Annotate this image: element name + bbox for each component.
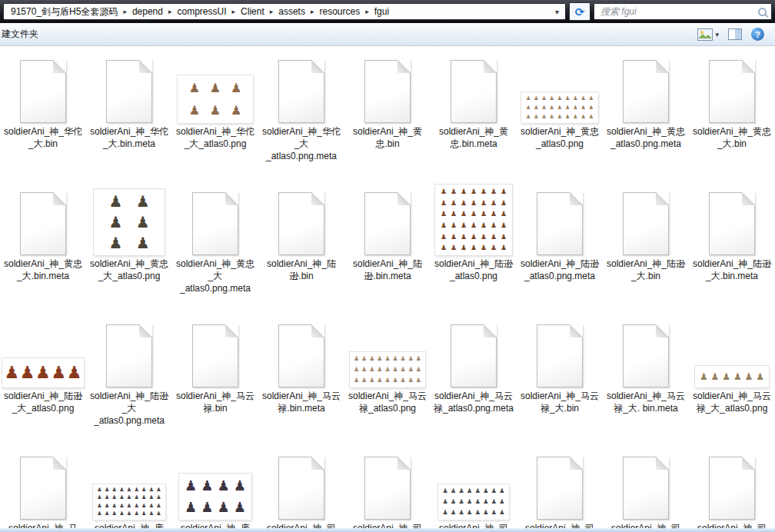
file-item[interactable]: soldierAni_神_陆逊_大.bin.meta bbox=[689, 185, 775, 317]
sprite-figure-icon: ♟ bbox=[416, 377, 421, 384]
sprite-figure-icon: ♟ bbox=[467, 488, 472, 494]
page-fold-corner bbox=[656, 457, 669, 470]
sprite-figure-icon: ♟ bbox=[483, 499, 488, 505]
breadcrumb-segment[interactable]: 91570_剑与盾H5全套源码 bbox=[8, 5, 120, 19]
sprite-figure-icon: ♟ bbox=[35, 364, 51, 381]
file-icon-box bbox=[278, 185, 324, 255]
file-item[interactable]: soldierAni_神_华佗_大.bin.meta bbox=[86, 52, 172, 185]
file-item[interactable]: soldierAni_神_马云禄.bin bbox=[172, 317, 258, 449]
window-bottom-edge bbox=[0, 528, 775, 532]
file-item[interactable]: soldierAni_神_马云禄_大. bin.meta bbox=[603, 317, 689, 449]
sprite-figure-icon: ♟ bbox=[231, 105, 241, 117]
breadcrumb-segment[interactable]: depend bbox=[130, 5, 165, 18]
sprite-figure-icon: ♟ bbox=[51, 364, 66, 381]
sprite-figure-icon: ♟ bbox=[534, 96, 538, 101]
sprite-figure-icon: ♟ bbox=[589, 96, 594, 101]
file-item[interactable]: soldierAni_神_陆逊_atlas0.png.meta bbox=[517, 185, 603, 317]
file-icon-box: ♟♟♟♟♟♟♟♟♟♟♟♟♟♟♟♟♟♟♟♟♟♟♟♟♟♟♟♟♟♟♟♟♟♟♟♟♟♟♟♟… bbox=[435, 185, 512, 255]
file-item[interactable]: soldierAni_神_马云禄.bin.meta bbox=[258, 317, 344, 449]
sprite-figure-icon: ♟ bbox=[499, 488, 504, 494]
file-item[interactable]: soldierAni_神_黄忠_atlas0.png.meta bbox=[603, 52, 689, 185]
sprite-figure-icon: ♟ bbox=[210, 105, 221, 117]
breadcrumb-segment[interactable]: fgui bbox=[372, 5, 391, 18]
sprite-figure-icon: ♟ bbox=[361, 356, 367, 362]
sprite-figure-icon: ♟ bbox=[369, 377, 374, 384]
preview-pane-button[interactable] bbox=[728, 28, 742, 40]
file-item[interactable]: ♟♟♟♟♟♟ soldierAni_神_华佗_大_atlas0.png bbox=[172, 52, 258, 185]
sprite-figure-icon: ♟ bbox=[141, 504, 146, 509]
file-item[interactable]: ♟♟♟♟♟ soldierAni_神_陆逊_大_atlas0.png bbox=[0, 317, 86, 449]
file-item[interactable]: soldierAni_神_陆逊.bin.meta bbox=[344, 185, 431, 317]
file-name: soldierAni_神_黄忠_atlas0.png.meta bbox=[605, 125, 687, 150]
sprite-figure-icon: ♟ bbox=[156, 495, 161, 500]
sprite-figure-icon: ♟ bbox=[550, 115, 554, 120]
file-item[interactable]: soldierAni_神_司 bbox=[603, 449, 689, 528]
file-item[interactable]: ♟♟♟♟♟♟ soldierAni_神_马云禄_大_atlas0.png bbox=[689, 317, 775, 449]
sprite-figure-icon: ♟ bbox=[210, 82, 221, 95]
breadcrumb-segment[interactable]: Client bbox=[238, 5, 267, 18]
sprite-figure-icon: ♟ bbox=[369, 356, 374, 362]
breadcrumb-segment[interactable]: assets bbox=[276, 5, 308, 18]
refresh-button[interactable]: ⟳ bbox=[569, 2, 590, 21]
sprite-figure-icon: ♟ bbox=[408, 377, 414, 384]
file-item[interactable]: soldierAni_神_华佗_大.bin bbox=[0, 52, 86, 185]
help-button[interactable]: ? bbox=[751, 28, 764, 41]
sprite-figure-icon: ♟ bbox=[481, 211, 487, 218]
file-item[interactable]: soldierAni_神_华佗_大_atlas0.png.meta bbox=[258, 52, 344, 185]
file-item[interactable]: soldierAni_神_陆逊_大.bin bbox=[603, 185, 689, 317]
file-item[interactable]: soldierAni_神_司 bbox=[344, 449, 431, 528]
file-name: soldierAni_神_黄忠_大.bin bbox=[691, 125, 773, 150]
new-folder-button[interactable]: 建文件夹 bbox=[2, 28, 38, 41]
file-item[interactable]: soldierAni_神_司 bbox=[517, 449, 603, 528]
file-item[interactable]: ♟♟♟♟♟♟♟♟♟♟♟♟♟♟♟♟♟♟♟♟♟♟♟♟♟♟♟ soldierAni_神… bbox=[344, 317, 431, 449]
file-item[interactable]: soldierAni_神_黄忠.bin bbox=[344, 52, 431, 185]
page-fold-corner bbox=[570, 324, 583, 337]
search-input[interactable] bbox=[599, 5, 758, 18]
sprite-figure-icon: ♟ bbox=[127, 504, 131, 509]
page-fold-corner bbox=[139, 324, 152, 337]
file-item[interactable]: ♟♟♟♟♟♟♟♟♟♟♟♟♟♟♟♟♟♟♟♟♟♟♟♟♟♟♟♟♟♟♟♟♟♟♟♟♟♟♟♟… bbox=[431, 185, 517, 317]
sprite-figure-icon: ♟ bbox=[481, 234, 487, 241]
sprite-figure-icon: ♟ bbox=[384, 377, 390, 384]
file-item[interactable]: soldierAni_神_陆逊_大_atlas0.png.meta bbox=[86, 317, 172, 449]
file-item[interactable]: ♟♟♟♟♟♟♟♟♟♟♟♟♟♟♟♟♟♟♟♟♟♟♟♟♟♟♟ soldierAni_神… bbox=[517, 52, 603, 185]
file-icon-box bbox=[192, 185, 238, 255]
breadcrumb-segment[interactable]: resources bbox=[317, 5, 362, 18]
page-fold-corner bbox=[311, 192, 324, 205]
sprite-figure-icon: ♟ bbox=[557, 96, 562, 101]
blank-file-icon bbox=[278, 457, 324, 520]
blank-file-icon bbox=[106, 324, 152, 387]
blank-file-icon bbox=[20, 457, 66, 520]
chevron-down-icon[interactable]: ▾ bbox=[554, 8, 560, 16]
views-button[interactable]: ▾ bbox=[697, 28, 719, 41]
blank-file-icon bbox=[537, 324, 583, 387]
file-item[interactable]: soldierAni_神_马 bbox=[0, 449, 86, 528]
sprite-figure-icon: ♟ bbox=[149, 511, 154, 517]
file-name: soldierAni_神_黄忠_大.bin.meta bbox=[2, 258, 84, 282]
sprite-figure-icon: ♟ bbox=[557, 105, 562, 111]
breadcrumb-segment[interactable]: compressUI bbox=[175, 5, 229, 18]
sprite-figure-icon: ♟ bbox=[361, 377, 367, 384]
file-item[interactable]: ♟♟♟♟♟♟♟♟♟♟♟♟♟♟♟♟♟♟♟♟♟♟♟♟ soldierAni_神_司 bbox=[431, 449, 517, 528]
sprite-figure-icon: ♟ bbox=[565, 105, 570, 111]
file-icon-box bbox=[364, 449, 411, 520]
file-item[interactable]: soldierAni_神_马云禄_atlas0.png.meta bbox=[431, 317, 517, 449]
file-item[interactable]: soldierAni_神_黄忠_大.bin.meta bbox=[0, 185, 86, 317]
file-item[interactable]: soldierAni_神_黄忠_大.bin bbox=[689, 52, 775, 185]
sprite-figure-icon: ♟ bbox=[134, 495, 138, 500]
sprite-figure-icon: ♟ bbox=[461, 244, 467, 251]
sprite-figure-icon: ♟ bbox=[526, 96, 531, 101]
sprite-figure-icon: ♟ bbox=[501, 200, 507, 207]
file-item[interactable]: soldierAni_神_马云禄_大.bin bbox=[517, 317, 603, 449]
file-icon-box bbox=[709, 52, 755, 123]
file-item[interactable]: soldierAni_神_黄忠.bin.meta bbox=[431, 52, 517, 185]
file-item[interactable]: soldierAni_神_司 bbox=[689, 449, 775, 528]
blank-file-icon bbox=[278, 192, 324, 255]
file-item[interactable]: ♟♟♟♟♟♟ soldierAni_神_黄忠_大_atlas0.png bbox=[86, 185, 172, 317]
file-item[interactable]: soldierAni_神_司 bbox=[258, 449, 344, 528]
file-item[interactable]: soldierAni_神_黄忠_大_atlas0.png.meta bbox=[172, 185, 258, 317]
file-item[interactable]: ♟♟♟♟♟♟♟♟♟♟♟♟♟♟♟♟♟♟♟♟♟♟♟♟♟♟♟♟♟♟♟♟♟♟♟♟ sol… bbox=[86, 449, 172, 528]
file-name: soldierAni_神_黄忠.bin bbox=[347, 125, 428, 150]
file-item[interactable]: soldierAni_神_陆逊.bin bbox=[258, 185, 344, 317]
file-item[interactable]: ♟♟♟♟♟♟♟♟ soldierAni_神_庞 bbox=[172, 449, 258, 528]
